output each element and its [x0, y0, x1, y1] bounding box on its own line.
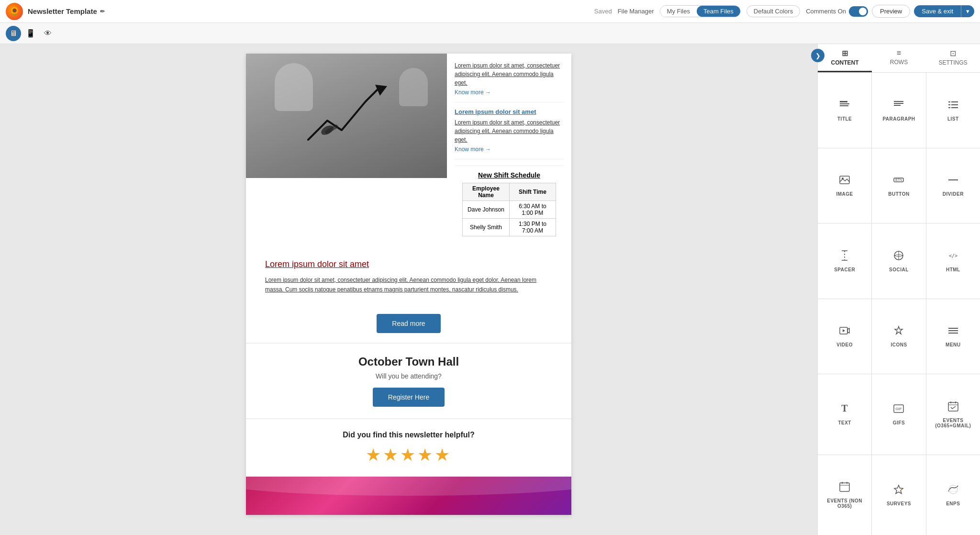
surveys-label: SURVEYS: [887, 501, 911, 506]
svg-text:</>: </>: [949, 253, 958, 258]
video-label: VIDEO: [836, 342, 853, 347]
social-label: SOCIAL: [889, 267, 909, 272]
news-title-2: Lorem ipsum dolor sit amet: [455, 108, 564, 115]
default-colors-button[interactable]: Default Colors: [746, 5, 800, 17]
main-layout: Lorem ipsum dolor sit amet, consectetuer…: [0, 44, 980, 535]
svg-rect-36: [948, 402, 958, 411]
save-exit-button[interactable]: Save & exit: [914, 5, 961, 17]
svg-rect-5: [840, 105, 848, 106]
list-label: LIST: [947, 116, 959, 122]
content-item-events_non[interactable]: EVENTS (NON O365): [818, 455, 871, 535]
content-item-list[interactable]: LIST: [926, 73, 980, 148]
svg-rect-8: [894, 105, 901, 106]
tablet-view-button[interactable]: 📱: [23, 26, 38, 41]
feedback-section: Did you find this newsletter helpful? ★★…: [246, 418, 571, 477]
schedule-cell: Shelly Smith: [463, 219, 510, 236]
know-more-link-2[interactable]: Know more →: [455, 146, 491, 153]
news-block-1: Lorem ipsum dolor sit amet, consectetuer…: [455, 61, 564, 102]
content-item-button[interactable]: BTNBUTTON: [872, 148, 925, 223]
register-here-button[interactable]: Register Here: [373, 388, 445, 407]
star-rating[interactable]: ★★★★★: [256, 445, 562, 465]
enps-icon: [947, 484, 959, 498]
svg-rect-30: [948, 328, 958, 329]
svg-marker-28: [843, 329, 845, 332]
saved-status: Saved: [594, 8, 612, 15]
panel-toggle-button[interactable]: ❯: [811, 49, 824, 62]
schedule-section: New Shift Schedule Employee Name Shift T…: [455, 165, 564, 242]
schedule-row: Shelly Smith1:30 PM to 7:00 AM: [463, 219, 556, 236]
video-icon: [839, 325, 850, 339]
town-hall-subtitle: Will you be attending?: [256, 372, 562, 380]
paragraph-label: PARAGRAPH: [882, 116, 915, 122]
svg-text:GIF: GIF: [896, 407, 902, 411]
know-more-link-1[interactable]: Know more →: [455, 89, 491, 96]
paragraph-icon: [893, 99, 904, 113]
content-item-paragraph[interactable]: PARAGRAPH: [872, 73, 925, 148]
edit-title-icon[interactable]: ✏: [100, 8, 105, 15]
image-label: IMAGE: [836, 191, 853, 197]
view-toolbar: 🖥 📱 👁: [0, 23, 980, 44]
icons-label: ICONS: [891, 342, 907, 347]
svg-rect-9: [948, 101, 950, 102]
feedback-title: Did you find this newsletter helpful?: [256, 431, 562, 439]
news-blocks: Lorem ipsum dolor sit amet, consectetuer…: [447, 54, 571, 250]
content-item-gifs[interactable]: GIFGIFS: [872, 374, 925, 455]
arrow-overlay: [246, 54, 447, 178]
menu-icon: [947, 325, 959, 339]
read-more-button[interactable]: Read more: [377, 314, 440, 333]
list-icon: [947, 99, 959, 113]
preview-button[interactable]: Preview: [872, 5, 910, 18]
content-item-title[interactable]: TITLE: [818, 73, 871, 148]
content-item-events_o365[interactable]: EVENTS (O365+GMAIL): [926, 374, 980, 455]
schedule-header-shift: Shift Time: [509, 183, 556, 201]
svg-rect-4: [840, 103, 849, 104]
text-label: TEXT: [838, 420, 851, 425]
news-text-1: Lorem ipsum dolor sit amet, consectetuer…: [455, 61, 564, 87]
content-item-social[interactable]: SOCIAL: [872, 223, 925, 299]
social-icon: [893, 250, 904, 264]
rows-tab-label: ROWS: [890, 59, 908, 66]
read-more-section: Read more: [246, 304, 571, 343]
content-item-enps[interactable]: ENPS: [926, 455, 980, 535]
image-news-section: Lorem ipsum dolor sit amet, consectetuer…: [246, 54, 571, 250]
team-files-button[interactable]: Team Files: [697, 6, 740, 17]
content-item-spacer[interactable]: SPACER: [818, 223, 871, 299]
tab-rows[interactable]: ≡ ROWS: [872, 44, 926, 72]
content-tab-icon: ⊞: [842, 49, 848, 58]
spacer-icon: [839, 250, 850, 264]
svg-rect-12: [951, 104, 958, 105]
svg-marker-29: [895, 326, 902, 334]
events_o365-label: EVENTS (O365+GMAIL): [935, 418, 971, 428]
content-item-image[interactable]: IMAGE: [818, 148, 871, 223]
content-item-video[interactable]: VIDEO: [818, 299, 871, 374]
content-item-menu[interactable]: MENU: [926, 299, 980, 374]
content-item-surveys[interactable]: SURVEYS: [872, 455, 925, 535]
svg-marker-44: [894, 485, 903, 494]
content-item-text[interactable]: TTEXT: [818, 374, 871, 455]
surveys-icon: [893, 484, 904, 498]
gifs-label: GIFS: [893, 420, 905, 425]
settings-tab-icon: ⊡: [950, 49, 956, 58]
schedule-header-employee: Employee Name: [463, 183, 510, 201]
content-tab-label: CONTENT: [831, 59, 859, 66]
save-exit-dropdown-button[interactable]: ▾: [961, 5, 974, 17]
right-panel: ❯ ⊞ CONTENT ≡ ROWS ⊡ SETTINGS TITLEPARAG…: [817, 44, 980, 535]
tab-settings[interactable]: ⊡ SETTINGS: [926, 44, 980, 72]
eye-view-button[interactable]: 👁: [40, 26, 56, 41]
content-item-divider[interactable]: DIVIDER: [926, 148, 980, 223]
events_non-label: EVENTS (NON O365): [822, 498, 868, 509]
svg-rect-14: [951, 107, 958, 108]
content-item-icons[interactable]: ICONS: [872, 299, 925, 374]
comments-toggle[interactable]: [849, 6, 868, 17]
my-files-button[interactable]: My Files: [660, 6, 697, 17]
schedule-row: Dave Johnson6:30 AM to 1:00 PM: [463, 201, 556, 219]
desktop-view-button[interactable]: 🖥: [6, 26, 21, 41]
footer-wave: [246, 477, 571, 515]
svg-marker-27: [847, 328, 849, 333]
svg-rect-7: [894, 103, 903, 104]
svg-rect-32: [948, 333, 958, 334]
divider-icon: [947, 174, 959, 189]
gifs-icon: GIF: [893, 403, 904, 417]
content-item-html[interactable]: </>HTML: [926, 223, 980, 299]
tab-content[interactable]: ⊞ CONTENT: [818, 44, 872, 72]
